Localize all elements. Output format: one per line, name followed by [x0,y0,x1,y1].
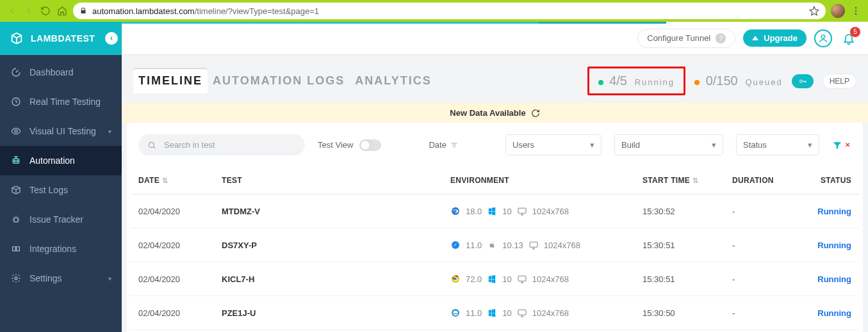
users-select[interactable]: Users ▾ [505,134,602,155]
home-icon[interactable] [56,5,68,17]
test-view-toggle[interactable] [359,139,381,151]
main: Configure Tunnel ? Upgrade 5 TIMELINEAUT… [122,22,868,332]
sort-icon: ⇅ [162,177,168,184]
sidebar-item-label: Test Logs [29,185,68,195]
sidebar-item-real-time-testing[interactable]: Real Time Testing [0,87,122,116]
cell-status[interactable]: Running [801,296,859,330]
safari-icon [450,240,461,250]
queued-count: 0/150 [706,74,738,88]
brand[interactable]: LAMBDATEST [0,22,122,55]
browser-menu-icon[interactable] [850,5,862,17]
svg-rect-18 [530,242,537,247]
sidebar-item-dashboard[interactable]: Dashboard [0,58,122,87]
sidebar-item-label: Dashboard [29,67,74,77]
build-select-label: Build [621,140,640,150]
profile-avatar[interactable] [831,4,845,18]
configure-tunnel-button[interactable]: Configure Tunnel ? [637,29,735,48]
sidebar-collapse-button[interactable] [105,32,118,45]
upgrade-arrow-icon [752,36,758,40]
search-input[interactable] [163,139,296,150]
edge-icon [450,206,461,216]
nav-forward-icon[interactable] [23,5,35,17]
col-test[interactable]: TEST [222,176,242,185]
col-status[interactable]: STATUS [821,176,851,185]
windows-icon [487,206,497,216]
sidebar-item-issue-tracker[interactable]: Issue Tracker [0,205,122,234]
svg-point-0 [855,7,857,9]
puzzle-icon [10,243,22,255]
queued-status: 0/150 Queued [694,74,783,88]
monitor-icon [517,308,527,318]
cell-status[interactable]: Running [801,228,859,262]
reload-icon[interactable] [40,5,51,17]
svg-rect-10 [17,247,20,251]
cell-duration: - [725,296,801,330]
svg-point-11 [15,277,17,280]
notifications-bell[interactable]: 5 [840,29,858,47]
sidebar-item-label: Issue Tracker [29,214,83,225]
results-table: DATE⇅ TEST ENVIRONMENT START TIME⇅ DURAT… [127,167,863,332]
tab-timeline[interactable]: TIMELINE [133,68,208,93]
cell-duration: - [725,262,801,296]
running-label: Running [635,77,675,87]
resolution: 1024x768 [532,308,569,318]
col-duration[interactable]: DURATION [732,176,774,185]
running-count: 4/5 [609,74,627,88]
cell-date: 02/04/2020 [131,296,214,330]
svg-point-2 [855,13,857,15]
sidebar-item-settings[interactable]: Settings▾ [0,264,122,293]
resolution: 1024x768 [532,274,569,284]
gauge-icon [10,67,22,78]
api-key-button[interactable] [792,74,814,88]
date-sort-icon[interactable] [450,141,458,149]
sidebar-item-visual-ui-testing[interactable]: Visual UI Testing▾ [0,116,122,146]
nav-back-icon[interactable] [6,5,18,17]
chevron-down-icon: ▾ [108,128,111,135]
chevron-down-icon: ▾ [108,275,111,282]
help-button[interactable]: HELP [823,74,856,89]
test-view-label: Test View [318,140,353,150]
svg-point-12 [821,35,824,38]
clear-filters[interactable]: ✕ [832,140,851,150]
cell-status[interactable]: Running [801,262,859,296]
search-input-wrap[interactable] [138,134,305,155]
resolution: 1024x768 [544,241,580,250]
omnibox[interactable]: automation.lambdatest.com/timeline/?view… [73,3,826,19]
col-date[interactable]: DATE [138,176,160,185]
table-row[interactable]: 02/04/2020DS7XY-P11.010.131024x76815:30:… [131,228,859,262]
sidebar-item-label: Settings [29,273,62,283]
sidebar-item-automation[interactable]: Automation [0,146,122,175]
gear-icon [10,273,22,284]
robot-icon [10,155,22,166]
chevron-down-icon: ▾ [712,140,716,150]
monitor-icon [528,240,539,250]
cell-duration: - [725,228,801,262]
tab-analytics[interactable]: ANALYTICS [350,68,436,93]
sidebar-item-test-logs[interactable]: Test Logs [0,175,122,205]
configure-tunnel-label: Configure Tunnel [647,33,710,43]
sort-icon: ⇅ [692,177,698,184]
tab-automation-logs[interactable]: AUTOMATION LOGS [208,68,350,93]
build-select[interactable]: Build ▾ [614,134,723,155]
table-row[interactable]: 02/04/2020MTDMZ-V18.0101024x76815:30:52-… [131,194,859,228]
cell-test: KICL7-H [214,262,443,296]
svg-rect-16 [518,208,526,213]
os-version: 10 [502,308,511,318]
account-avatar-icon[interactable] [814,29,832,47]
browser-version: 18.0 [466,207,482,216]
upgrade-button[interactable]: Upgrade [743,29,807,47]
running-status-highlight: 4/5 Running [587,67,686,95]
table-row[interactable]: 02/04/2020KICL7-H72.0101024x76815:30:51-… [131,262,859,296]
svg-point-13 [799,80,802,83]
table-row[interactable]: 02/04/2020PZE1J-U11.0101024x76815:30:50-… [131,296,859,330]
bookmark-star-icon[interactable] [809,6,819,16]
cell-status[interactable]: Running [801,194,859,228]
col-start[interactable]: START TIME [643,176,690,185]
cell-start-time: 15:30:51 [635,228,725,262]
status-select[interactable]: Status ▾ [736,134,819,155]
new-data-banner[interactable]: New Data Available [122,103,868,123]
svg-rect-22 [518,276,526,281]
svg-point-14 [149,142,154,147]
col-env[interactable]: ENVIRONMENT [450,176,509,185]
sidebar-item-integrations[interactable]: Integrations [0,234,122,264]
